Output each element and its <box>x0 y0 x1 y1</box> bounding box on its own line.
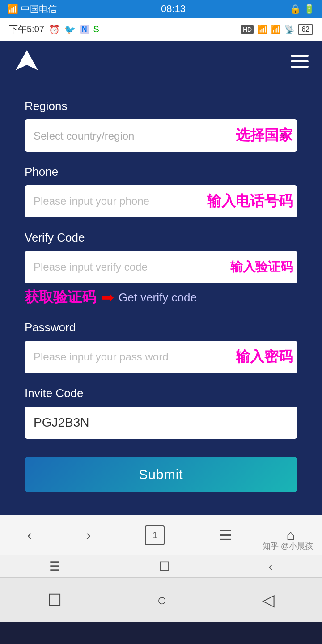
os-triangle-back-button[interactable]: ◁ <box>258 586 279 614</box>
get-verify-code-link[interactable]: Get verify code <box>119 291 197 305</box>
wifi-icon: 📡 <box>284 25 294 34</box>
os-square-button[interactable]: ☐ <box>150 555 179 578</box>
os-nav-bar: ☐ ○ ◁ <box>0 577 322 622</box>
os-nav-secondary: ☰ ☐ ‹ <box>0 555 322 577</box>
submit-button[interactable]: Submit <box>25 457 297 492</box>
n-icon: N <box>80 25 89 34</box>
os-back-icon: ‹ <box>269 559 273 574</box>
invite-code-input[interactable]: PGJ2B3N <box>25 407 297 439</box>
inner-status-right: HD 📶 📶 📡 62 <box>241 24 313 35</box>
signal-bars-1: 📶 <box>258 25 267 34</box>
regions-label: Regions <box>25 99 297 113</box>
os-circle-icon: ○ <box>157 591 167 609</box>
os-circle-button[interactable]: ○ <box>153 586 171 614</box>
tab-button[interactable]: 1 <box>136 521 174 550</box>
battery-percent: 62 <box>298 24 313 35</box>
svg-marker-0 <box>16 50 38 70</box>
phone-label: Phone <box>25 165 297 179</box>
inner-status-left: 下午5:07 ⏰ 🐦 N S <box>9 23 99 35</box>
status-bar-top: 📶 中国电信 08:13 🔒 🔋 <box>0 0 322 18</box>
os-menu-icon: ☰ <box>49 559 60 574</box>
signal-icon: 📶 <box>7 4 18 14</box>
tab-count-box: 1 <box>145 525 165 545</box>
os-triangle-back-icon: ◁ <box>262 591 275 609</box>
browser-menu-button[interactable]: ☰ <box>210 522 241 548</box>
hamburger-line-3 <box>291 66 309 68</box>
verify-input-wrapper: 输入验证码 <box>25 251 297 283</box>
alarm-icon: ⏰ <box>49 24 60 35</box>
s-icon: S <box>93 24 99 34</box>
hd-badge: HD <box>241 25 254 34</box>
password-wrapper: 输入密码 <box>25 341 297 373</box>
back-button[interactable]: ‹ <box>18 522 41 548</box>
inner-time: 下午5:07 <box>9 23 44 35</box>
phone-input[interactable] <box>25 185 297 217</box>
watermark-text: 知乎 @小晨孩 <box>263 541 313 551</box>
tab-count: 1 <box>153 530 157 540</box>
hamburger-menu[interactable] <box>291 55 309 68</box>
invite-code-label: Invite Code <box>25 386 297 400</box>
verify-code-input[interactable] <box>25 251 297 283</box>
os-square-icon: ☐ <box>159 559 170 574</box>
app-logo <box>13 48 40 75</box>
os-back-button[interactable]: ‹ <box>260 555 282 578</box>
browser-nav-bar: ‹ › 1 ☰ ⌂ 知乎 @小晨孩 <box>0 515 322 555</box>
carrier-info: 📶 中国电信 <box>7 3 57 15</box>
time-display: 08:13 <box>161 3 186 15</box>
back-icon: ‹ <box>27 527 32 543</box>
arrow-icon: ➡ <box>101 288 114 307</box>
os-menu-button[interactable]: ☰ <box>40 555 69 578</box>
app-header <box>0 41 322 81</box>
system-icons: 🔒 🔋 <box>290 4 315 14</box>
os-square-nav-icon: ☐ <box>47 591 62 609</box>
verify-row: 输入验证码 <box>25 251 297 283</box>
forward-button[interactable]: › <box>77 522 100 548</box>
password-label: Password <box>25 321 297 335</box>
lock-icon: 🔒 <box>290 4 301 14</box>
status-bar-inner: 下午5:07 ⏰ 🐦 N S HD 📶 📶 📡 62 <box>0 18 322 41</box>
hamburger-line-2 <box>291 60 309 62</box>
registration-form: Regions Select country/region 中国 +86 Uni… <box>0 81 322 515</box>
forward-icon: › <box>86 527 91 543</box>
verify-code-label: Verify Code <box>25 231 297 245</box>
carrier-name: 中国电信 <box>21 3 57 15</box>
regions-wrapper: Select country/region 中国 +86 United Stat… <box>25 119 297 152</box>
hamburger-line-1 <box>291 55 309 57</box>
battery-icon: 🔋 <box>304 4 315 14</box>
twitter-icon: 🐦 <box>64 24 76 35</box>
browser-menu-icon: ☰ <box>219 527 232 544</box>
get-verify-row: 获取验证码 ➡ Get verify code <box>25 288 297 307</box>
phone-wrapper: 输入电话号码 <box>25 185 297 217</box>
os-square-nav-button[interactable]: ☐ <box>43 586 66 614</box>
password-input[interactable] <box>25 341 297 373</box>
regions-select[interactable]: Select country/region 中国 +86 United Stat… <box>25 119 297 152</box>
signal-bars-2: 📶 <box>271 25 281 34</box>
get-verify-chinese-annotation: 获取验证码 <box>25 288 96 307</box>
